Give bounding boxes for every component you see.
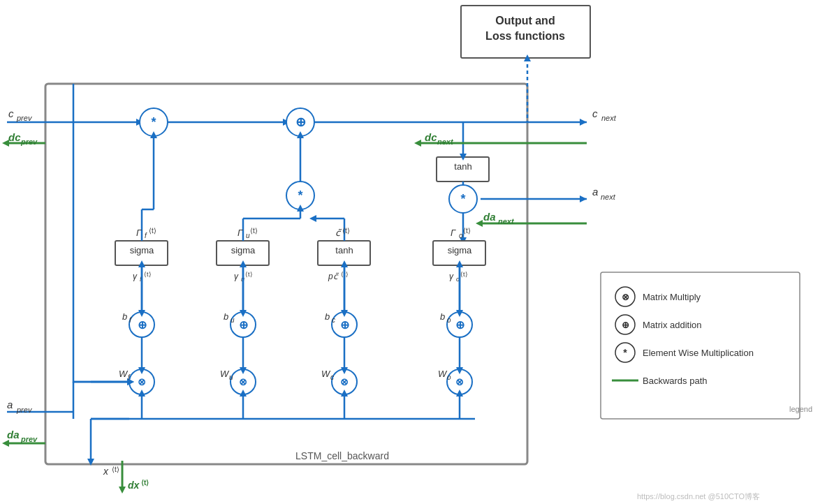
legend-matadd-symbol: ⊕: [622, 320, 629, 330]
tanh-top-label: tanh: [454, 161, 471, 172]
add-bc-symbol: ⊕: [340, 319, 349, 331]
diagram-container: Output and Loss functions tanh: [0, 0, 827, 504]
matmul-wc-symbol: ⊗: [340, 376, 349, 387]
label-wc-sub: c: [330, 373, 334, 381]
sigma-o-label: sigma: [448, 245, 472, 255]
label-dxt-sup: ⟨t⟩: [141, 479, 149, 487]
label-cnext-sub: next: [601, 114, 617, 122]
svg-marker-8: [580, 119, 587, 126]
matmul-wo-symbol: ⊗: [455, 376, 464, 387]
label-aprev-sub: prev: [16, 406, 33, 414]
svg-marker-74: [2, 440, 9, 447]
label-wo: W: [438, 369, 448, 379]
label-bo-sub: o: [447, 316, 451, 324]
label-aprev: a: [7, 399, 13, 410]
lstm-cell-box: [45, 84, 527, 464]
label-xt: x: [103, 466, 109, 477]
label-ctilde-sup: ⟨t⟩: [342, 227, 350, 235]
label-bc: b: [325, 311, 330, 322]
multiply-tl-symbol: *: [151, 115, 156, 129]
label-dcnext: dc: [425, 131, 437, 143]
add-bu-symbol: ⊕: [239, 319, 248, 331]
label-danext: da: [483, 211, 496, 223]
label-cnext: c: [592, 108, 598, 119]
svg-marker-76: [119, 487, 126, 494]
legend-matadd-text: Matrix addition: [643, 320, 702, 330]
label-gamma-u-sup: ⟨t⟩: [250, 227, 258, 235]
add-bf-symbol: ⊕: [138, 319, 147, 331]
label-dcprev: dc: [8, 131, 21, 143]
matmul-wf-symbol: ⊗: [138, 376, 146, 387]
label-wu-sub: u: [229, 373, 233, 381]
label-gamma-f: Γ: [136, 228, 142, 238]
label-cell-name: LSTM_cell_backward: [295, 450, 389, 461]
label-bo: b: [440, 311, 445, 322]
sigma-f-label: sigma: [130, 245, 154, 255]
label-gammaf-low: γ: [133, 272, 138, 281]
sigma-u-label: sigma: [231, 245, 256, 255]
label-gamma-f-sub: f: [145, 232, 147, 239]
label-dcprev-sub: prev: [20, 138, 38, 146]
label-daprev-sub: prev: [20, 435, 38, 443]
label-cprev: c: [8, 108, 14, 119]
add-tc-symbol: ⊕: [295, 115, 306, 129]
label-wu: W: [220, 369, 230, 379]
label-xt-sup: ⟨t⟩: [112, 466, 119, 473]
label-dxt: dx: [128, 480, 140, 491]
label-bu: b: [224, 311, 228, 322]
label-cprev-sub: prev: [16, 114, 33, 122]
svg-marker-14: [580, 195, 587, 202]
legend-elemwise-symbol: *: [623, 347, 627, 358]
label-dcnext-sub: next: [437, 138, 454, 146]
tanh-c-label: tanh: [335, 245, 353, 255]
label-bu-sub: u: [230, 316, 235, 324]
label-gamma-u: Γ: [237, 228, 243, 238]
svg-marker-72: [476, 220, 483, 227]
label-bf: b: [122, 311, 127, 322]
label-ctilde: c̃: [335, 228, 342, 238]
watermark: https://blog.csdn.net @510CTO博客: [637, 492, 760, 501]
label-gammau-low-sup: ⟨t⟩: [245, 271, 253, 278]
label-anext-sub: next: [601, 193, 616, 201]
legend-matmul-symbol: ⊗: [622, 292, 629, 302]
multiply-out-symbol: *: [460, 192, 465, 206]
label-gamma-o-sup: ⟨t⟩: [463, 227, 471, 235]
label-anext: a: [592, 186, 598, 198]
output-loss-label2: Loss functions: [485, 30, 565, 42]
legend-label: legend: [789, 405, 812, 413]
label-wf: W: [119, 369, 129, 379]
legend-backward-text: Backwards path: [643, 376, 708, 386]
label-gammao-low: γ: [449, 272, 454, 281]
legend-elemwise-text: Element Wise Multiplication: [643, 348, 754, 358]
label-gammao-low-sup: ⟨t⟩: [460, 271, 468, 278]
svg-marker-70: [414, 140, 421, 147]
multiply-uc-symbol: *: [298, 188, 302, 202]
label-bc-sub: c: [332, 316, 335, 324]
main-svg: Output and Loss functions tanh: [0, 0, 827, 504]
label-gamma-o: Γ: [451, 228, 456, 238]
label-wc: W: [321, 369, 331, 379]
label-pctilde-low: pc̃: [328, 272, 339, 281]
label-gammaf-low-sup: ⟨t⟩: [144, 271, 152, 278]
label-gammau-low: γ: [234, 272, 239, 281]
label-wo-sub: o: [447, 373, 451, 381]
label-danext-sub: next: [498, 217, 515, 225]
output-loss-label1: Output and: [495, 15, 555, 27]
label-daprev: da: [7, 429, 20, 440]
label-gamma-f-sup: ⟨t⟩: [149, 227, 156, 235]
matmul-wu-symbol: ⊗: [239, 376, 247, 387]
svg-marker-27: [309, 215, 316, 222]
add-bo-symbol: ⊕: [455, 319, 464, 331]
legend-matmul-text: Matrix Multiply: [643, 292, 701, 302]
